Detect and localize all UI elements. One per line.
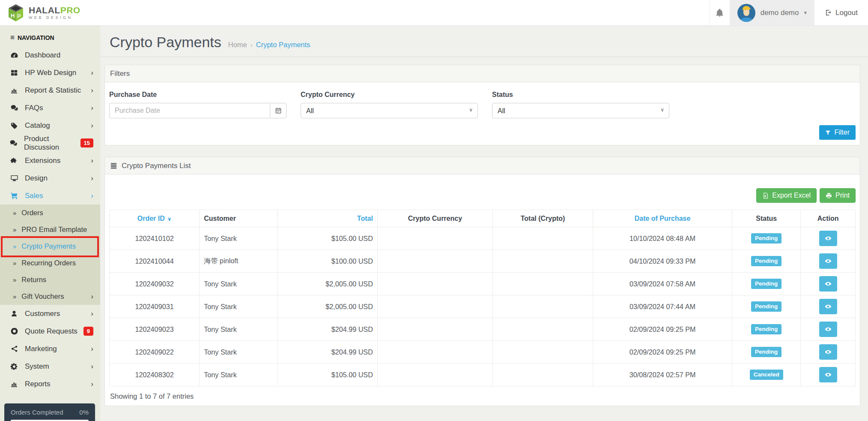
sidebar-item-marketing[interactable]: Marketing› (0, 340, 100, 358)
purchase-date-group: Purchase Date (109, 91, 301, 118)
sidebar-item-product-discussion[interactable]: Product Discussion15 (0, 134, 100, 152)
sidebar-item-label: Extensions (25, 156, 60, 165)
view-button[interactable] (819, 253, 837, 269)
purchase-date-input[interactable] (109, 103, 270, 118)
user-name: demo demo (761, 9, 799, 17)
cell-date_of_purchase: 10/10/2024 08:48 AM (593, 227, 732, 250)
cell-crypto_currency (377, 364, 492, 386)
sidebar-item-design[interactable]: Design› (0, 169, 100, 187)
column-header-total[interactable]: Total (277, 210, 377, 227)
cell-customer: Tony Stark (200, 295, 277, 318)
sidebar-item-crypto-payments[interactable]: Crypto Payments (0, 238, 100, 255)
bar-chart-icon (9, 380, 19, 388)
table-row: 1202410102Tony Stark$105.00 USD10/10/202… (110, 227, 856, 250)
sidebar-item-hp-web-design[interactable]: HP Web Design› (0, 64, 100, 81)
view-button[interactable] (819, 344, 837, 360)
sidebar-item-label: FAQs (25, 104, 43, 112)
chevron-right-icon: › (91, 69, 93, 76)
cell-status: Pending (732, 341, 800, 364)
cell-total: $2,005.00 USD (277, 273, 377, 295)
sidebar-item-orders[interactable]: Orders (0, 204, 100, 221)
chevron-right-icon: › (91, 87, 93, 94)
export-excel-button[interactable]: Export Excel (756, 188, 817, 203)
cell-date_of_purchase: 03/09/2024 07:58 AM (593, 273, 732, 295)
sidebar-item-catalog[interactable]: Catalog› (0, 117, 100, 134)
cell-order_id: 1202409023 (110, 318, 200, 341)
cell-status: Pending (732, 318, 800, 341)
print-button[interactable]: Print (820, 188, 856, 203)
sidebar-item-label: System (25, 362, 49, 371)
sidebar-item-returns[interactable]: Returns (0, 271, 100, 288)
column-header-total-crypto[interactable]: Total (Crypto) (493, 210, 593, 227)
column-header-order-id[interactable]: Order ID∨ (110, 210, 200, 227)
status-badge: Pending (751, 324, 781, 334)
cell-order_id: 1202409022 (110, 341, 200, 364)
calendar-icon (275, 107, 282, 114)
column-header-action[interactable]: Action (801, 210, 856, 227)
status-label: Status (492, 91, 683, 99)
sidebar-item-customers[interactable]: Customers› (0, 305, 100, 322)
brand-tagline: WEB DESIGN (29, 16, 81, 20)
navigation-label: ≡ NAVIGATION (0, 26, 100, 46)
cell-status: Pending (732, 250, 800, 273)
chevron-right-icon: › (91, 345, 93, 352)
hamburger-icon: ≡ (10, 33, 15, 42)
sort-caret-icon: ∨ (167, 216, 172, 222)
crypto-currency-select[interactable]: All (301, 103, 478, 118)
cell-total_crypto (493, 295, 593, 318)
cell-customer: Tony Stark (200, 273, 277, 295)
column-header-date-of-purchase[interactable]: Date of Purchase (593, 210, 732, 227)
cell-total_crypto (493, 250, 593, 273)
sidebar-item-system[interactable]: System› (0, 358, 100, 375)
sidebar-item-quote-requests[interactable]: Quote Requests9 (0, 322, 100, 340)
puzzle-icon (9, 157, 19, 165)
page-header: Crypto Payments Home Crypto Payments (100, 26, 868, 57)
chevron-right-icon: › (91, 310, 93, 317)
sidebar-item-label: Recurring Orders (21, 259, 76, 267)
filter-button[interactable]: Filter (819, 125, 856, 140)
logout-button[interactable]: Logout (814, 0, 868, 25)
view-button[interactable] (819, 276, 837, 292)
view-button[interactable] (819, 322, 837, 337)
user-icon (9, 310, 19, 318)
view-button[interactable] (819, 231, 837, 246)
view-button[interactable] (819, 367, 837, 382)
cell-total_crypto (493, 227, 593, 250)
calendar-button[interactable] (270, 103, 286, 118)
column-header-customer[interactable]: Customer (200, 210, 277, 227)
sidebar-item-dashboard[interactable]: Dashboard (0, 46, 100, 64)
cell-action (801, 273, 856, 295)
logout-label: Logout (835, 9, 858, 17)
sidebar-item-pro-email-template[interactable]: PRO Email Template (0, 221, 100, 238)
status-badge: Pending (751, 301, 781, 312)
status-group: Status All (492, 91, 683, 118)
sidebar-item-label: Crypto Payments (21, 242, 76, 250)
payments-table: Order ID∨CustomerTotalCrypto CurrencyTot… (109, 210, 856, 386)
sidebar-item-label: Gift Vouchers (21, 292, 64, 301)
status-badge: Pending (751, 233, 781, 244)
sidebar-item-report-statistic[interactable]: Report & Statistic› (0, 81, 100, 99)
column-header-crypto-currency[interactable]: Crypto Currency (377, 210, 492, 227)
user-menu[interactable]: demo demo ▾ (730, 0, 814, 25)
view-button[interactable] (819, 299, 837, 314)
sidebar-item-reports[interactable]: Reports› (0, 375, 100, 393)
notifications-button[interactable] (710, 0, 730, 25)
brand-logo[interactable]: H P HALALPRO WEB DESIGN (0, 0, 100, 25)
sidebar-item-sales[interactable]: Sales› (0, 187, 100, 204)
printer-icon (826, 192, 832, 199)
breadcrumb-home[interactable]: Home (228, 41, 247, 49)
monitor-icon (9, 174, 19, 182)
sidebar-item-recurring-orders[interactable]: Recurring Orders (0, 255, 100, 271)
sidebar-item-gift-vouchers[interactable]: Gift Vouchers› (0, 288, 100, 305)
sidebar-item-faqs[interactable]: FAQs› (0, 99, 100, 117)
cell-total: $105.00 USD (277, 227, 377, 250)
sidebar-menu: DashboardHP Web Design›Report & Statisti… (0, 46, 100, 393)
column-header-status[interactable]: Status (732, 210, 800, 227)
sidebar-item-label: Catalog (25, 121, 50, 130)
sidebar-item-label: Product Discussion (24, 135, 81, 152)
status-select[interactable]: All (492, 103, 669, 118)
gear-icon (9, 363, 19, 370)
excel-file-icon (762, 192, 769, 199)
sidebar-item-extensions[interactable]: Extensions› (0, 152, 100, 169)
filter-funnel-icon (825, 130, 831, 135)
